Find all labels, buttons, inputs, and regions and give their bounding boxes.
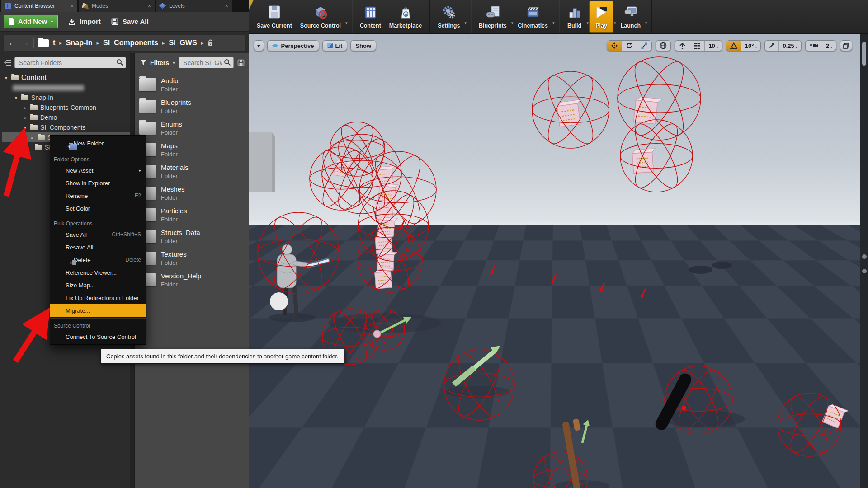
menu-item-migrate[interactable]: Migrate... bbox=[50, 304, 146, 317]
collapsed-panel-icon[interactable] bbox=[862, 269, 867, 273]
tab-levels[interactable]: Levels ✕ bbox=[156, 0, 232, 12]
asset-item-version-help[interactable]: Version_HelpFolder bbox=[139, 269, 249, 291]
asset-item-maps[interactable]: MapsFolder bbox=[139, 139, 249, 160]
menu-item-show-in-explorer[interactable]: Show in Explorer bbox=[50, 177, 146, 189]
scale-tool-button[interactable] bbox=[637, 41, 651, 51]
lit-button[interactable]: Lit bbox=[322, 40, 348, 51]
tree-item-snap-in[interactable]: ▾ Snap-In bbox=[2, 93, 130, 103]
menu-item-connect-to-source-control[interactable]: Connect To Source Control bbox=[50, 330, 146, 343]
rotation-snap-toggle[interactable] bbox=[726, 41, 741, 51]
asset-item-particles[interactable]: ParticlesFolder bbox=[139, 204, 249, 225]
expanded-arrow-icon[interactable]: ▾ bbox=[4, 75, 9, 80]
camera-speed-button[interactable] bbox=[806, 41, 822, 51]
menu-item-set-color[interactable]: Set Color bbox=[50, 202, 146, 215]
asset-item-structs-data[interactable]: Structs_DataFolder bbox=[139, 225, 249, 247]
launch-button[interactable]: Launch bbox=[617, 1, 645, 32]
grid-snap-value[interactable]: 10 ▾ bbox=[704, 41, 722, 51]
play-button[interactable]: Play bbox=[589, 1, 613, 33]
perspective-icon bbox=[272, 44, 278, 48]
add-new-button[interactable]: Add New ▾ bbox=[4, 15, 58, 28]
blueprints-dropdown-caret[interactable]: ▾ bbox=[511, 8, 514, 25]
play-icon bbox=[594, 4, 609, 21]
breadcrumb-divider bbox=[33, 38, 34, 48]
rotate-tool-button[interactable] bbox=[622, 41, 637, 51]
settings-dropdown-caret[interactable]: ▾ bbox=[464, 8, 467, 25]
cinematics-dropdown-caret[interactable]: ▾ bbox=[552, 8, 555, 25]
world-coordinate-button[interactable] bbox=[656, 41, 670, 51]
menu-item-new-asset[interactable]: New Asset ▸ bbox=[50, 164, 146, 177]
collapsed-arrow-icon[interactable]: ▹ bbox=[30, 135, 35, 140]
build-dropdown-caret[interactable]: ▾ bbox=[587, 8, 589, 25]
lock-icon[interactable] bbox=[208, 39, 213, 47]
collapsed-panel-icon[interactable] bbox=[862, 254, 867, 259]
asset-item-textures[interactable]: TexturesFolder bbox=[139, 247, 249, 269]
cinematics-button[interactable]: Cinematics bbox=[514, 1, 552, 32]
asset-item-materials[interactable]: MaterialsFolder bbox=[139, 160, 249, 182]
breadcrumb-item-root[interactable]: t bbox=[53, 39, 55, 47]
breadcrumb-item-snap-in[interactable]: Snap-In bbox=[66, 39, 93, 47]
menu-item-resave-all[interactable]: Resave All bbox=[50, 241, 146, 253]
asset-item-audio[interactable]: AudioFolder bbox=[139, 74, 249, 95]
build-button[interactable]: Build bbox=[563, 1, 586, 32]
import-button[interactable]: Import bbox=[68, 18, 101, 26]
launch-dropdown-caret[interactable]: ▾ bbox=[645, 8, 647, 25]
folder-search-input[interactable] bbox=[14, 57, 126, 68]
show-button[interactable]: Show bbox=[350, 40, 376, 51]
scale-snap-toggle[interactable] bbox=[765, 41, 778, 51]
breadcrumb-separator: ▸ bbox=[201, 40, 204, 46]
filters-button[interactable]: Filters bbox=[150, 59, 169, 66]
tree-item-content[interactable]: ▾ Content bbox=[2, 73, 130, 83]
settings-button[interactable]: Settings bbox=[434, 1, 464, 32]
tree-item-redacted[interactable] bbox=[2, 83, 130, 93]
forward-arrow-icon[interactable]: → bbox=[21, 38, 29, 48]
scrollbar-thumb[interactable] bbox=[862, 42, 866, 66]
close-icon[interactable]: ✕ bbox=[147, 3, 151, 9]
surface-snap-button[interactable] bbox=[675, 41, 690, 51]
grid-snap-toggle[interactable] bbox=[690, 41, 704, 51]
tree-item-blueprints-common[interactable]: ▹ Blueprints-Common bbox=[2, 103, 130, 113]
asset-item-meshes[interactable]: MeshesFolder bbox=[139, 182, 249, 204]
source-control-button[interactable]: Source Control bbox=[296, 1, 345, 32]
tab-content-browser[interactable]: Content Browser ✕ bbox=[1, 0, 77, 12]
menu-item-save-all[interactable]: Save All Ctrl+Shift+S bbox=[50, 228, 146, 241]
maximize-viewport-button[interactable] bbox=[840, 40, 852, 51]
scale-snap-value[interactable]: 0.25 ▾ bbox=[778, 41, 801, 51]
breadcrumb-item-si-components[interactable]: SI_Components bbox=[103, 39, 158, 47]
menu-item-size-map[interactable]: Size Map... bbox=[50, 279, 146, 291]
marketplace-button[interactable]: u Marketplace bbox=[385, 1, 426, 32]
asset-item-blueprints[interactable]: BlueprintsFolder bbox=[139, 95, 249, 117]
perspective-button[interactable]: Perspective bbox=[267, 40, 319, 51]
camera-speed-value[interactable]: 2 ▾ bbox=[822, 41, 836, 51]
collapsed-arrow-icon[interactable]: ▹ bbox=[23, 105, 28, 110]
viewport-options-button[interactable]: ▾ bbox=[254, 40, 264, 51]
tree-item-si-components[interactable]: ▾ SI_Components bbox=[2, 122, 130, 132]
save-current-button[interactable]: Save Current bbox=[253, 1, 296, 32]
menu-item-reference-viewer[interactable]: Reference Viewer... bbox=[50, 266, 146, 279]
level-viewport[interactable]: ▾ Perspective Lit Show bbox=[249, 34, 860, 488]
tree-item-demo[interactable]: ▹ Demo bbox=[2, 113, 130, 122]
save-search-icon[interactable] bbox=[237, 59, 245, 66]
source-control-dropdown-caret[interactable]: ▾ bbox=[345, 8, 348, 25]
tab-modes[interactable]: Modes ✕ bbox=[79, 0, 155, 12]
menu-item-rename[interactable]: Rename F2 bbox=[50, 189, 146, 202]
collapsed-arrow-icon[interactable]: ▹ bbox=[23, 115, 28, 120]
save-all-button[interactable]: Save All bbox=[111, 18, 149, 26]
path-folder-icon[interactable] bbox=[38, 39, 49, 47]
rotation-snap-value[interactable]: 10° ▾ bbox=[741, 41, 761, 51]
menu-item-delete[interactable]: Delete Delete bbox=[50, 253, 146, 266]
move-tool-button[interactable] bbox=[607, 41, 622, 51]
close-icon[interactable]: ✕ bbox=[225, 3, 229, 9]
breadcrumb-item-si-gws[interactable]: SI_GWS bbox=[169, 39, 197, 47]
back-arrow-icon[interactable]: ← bbox=[8, 38, 17, 48]
play-dropdown-caret[interactable]: ▾ bbox=[614, 8, 616, 25]
content-button[interactable]: Content bbox=[356, 1, 385, 32]
expanded-arrow-icon[interactable]: ▾ bbox=[14, 95, 19, 100]
menu-item-fix-up-redirectors[interactable]: Fix Up Redirectors in Folder bbox=[50, 291, 146, 304]
asset-item-enums[interactable]: EnumsFolder bbox=[139, 117, 249, 139]
close-icon[interactable]: ✕ bbox=[70, 3, 74, 9]
menu-item-new-folder[interactable]: New Folder bbox=[50, 136, 146, 150]
collapse-sources-icon[interactable] bbox=[3, 59, 12, 67]
blueprints-button[interactable]: Blueprints bbox=[475, 1, 511, 32]
coordinate-system-group bbox=[656, 40, 671, 51]
expanded-arrow-icon[interactable]: ▾ bbox=[23, 125, 28, 130]
